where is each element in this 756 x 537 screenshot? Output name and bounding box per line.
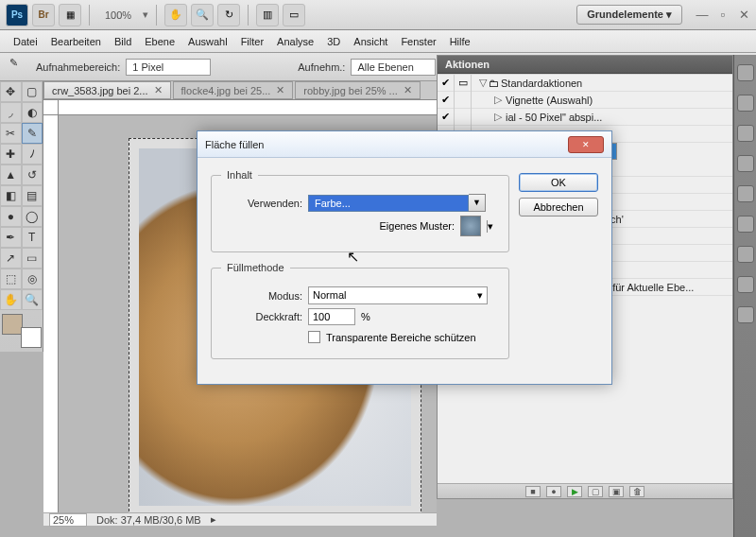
- rail-icon-2[interactable]: [737, 95, 754, 112]
- menu-bild[interactable]: Bild: [114, 36, 131, 47]
- fg-swatch[interactable]: [2, 314, 23, 335]
- shape-tool[interactable]: ▭: [22, 248, 43, 268]
- menu-ansicht[interactable]: Ansicht: [353, 36, 387, 47]
- hand-tool-icon[interactable]: ✋: [164, 4, 187, 26]
- ok-button[interactable]: OK: [519, 173, 598, 192]
- record-icon[interactable]: ●: [546, 486, 561, 497]
- zoom-dropdown-icon[interactable]: ▾: [143, 9, 148, 21]
- heal-tool[interactable]: ✚: [0, 144, 22, 165]
- brush-tool[interactable]: ﾉ: [22, 144, 43, 165]
- tab-doc-1[interactable]: crw_3583.jpg bei 2...✕: [43, 81, 171, 99]
- bridge-icon[interactable]: Br: [32, 4, 55, 26]
- maximize-icon[interactable]: ▫: [716, 9, 730, 22]
- dodge-tool[interactable]: ◯: [22, 206, 43, 227]
- new-action-icon[interactable]: ▣: [609, 486, 624, 497]
- menu-analyse[interactable]: Analyse: [277, 36, 314, 47]
- rail-icon-1[interactable]: [737, 64, 754, 81]
- dialog-titlebar[interactable]: Fläche füllen ✕: [198, 131, 611, 158]
- actions-panel-header[interactable]: Aktionen: [438, 56, 732, 74]
- play-icon[interactable]: ▶: [567, 486, 582, 497]
- bg-swatch[interactable]: [21, 327, 42, 348]
- rail-icon-5[interactable]: [737, 185, 754, 202]
- rail-icon-3[interactable]: [737, 125, 754, 142]
- minimize-icon[interactable]: —: [696, 9, 709, 22]
- workspace-switcher[interactable]: Grundelemente ▾: [576, 5, 682, 25]
- preserve-transparency-checkbox[interactable]: [308, 331, 320, 343]
- rail-icon-8[interactable]: [737, 276, 754, 293]
- action-dialog-toggle[interactable]: [455, 109, 472, 126]
- type-tool[interactable]: T: [22, 227, 43, 248]
- status-arrow-icon[interactable]: ▸: [211, 513, 216, 526]
- action-toggle-checkbox[interactable]: ✔: [438, 75, 455, 92]
- menu-3d[interactable]: 3D: [327, 36, 340, 47]
- cancel-button[interactable]: Abbrechen: [519, 198, 598, 217]
- action-dialog-toggle[interactable]: [455, 92, 472, 109]
- move-tool[interactable]: ✥: [0, 81, 22, 102]
- disclosure-triangle-icon[interactable]: ▷: [494, 94, 504, 106]
- rail-icon-4[interactable]: [737, 155, 754, 172]
- arrange-docs-icon[interactable]: ▥: [256, 4, 279, 26]
- action-row[interactable]: ✔▭▽🗀 Standardaktionen: [438, 75, 732, 92]
- stamp-tool[interactable]: ▲: [0, 165, 22, 185]
- mode-select[interactable]: Normal▾: [308, 286, 488, 304]
- tab-close-icon[interactable]: ✕: [154, 84, 163, 96]
- 3d-tool[interactable]: ⬚: [0, 268, 22, 289]
- menu-ebene[interactable]: Ebene: [145, 36, 175, 47]
- pattern-swatch[interactable]: [460, 216, 481, 236]
- status-docinfo[interactable]: Dok: 37,4 MB/30,6 MB: [96, 514, 201, 526]
- menu-datei[interactable]: Datei: [13, 36, 38, 47]
- tab-doc-3[interactable]: robby.jpg bei 25% ...✕: [295, 81, 420, 99]
- pattern-dropdown-icon[interactable]: ▾: [487, 220, 493, 233]
- new-folder-icon[interactable]: ▢: [588, 486, 603, 497]
- marquee-tool[interactable]: ▢: [22, 81, 43, 102]
- opacity-input[interactable]: 100: [308, 308, 355, 325]
- disclosure-triangle-icon[interactable]: ▷: [494, 111, 504, 123]
- close-icon[interactable]: ✕: [737, 9, 750, 22]
- menu-fenster[interactable]: Fenster: [401, 36, 436, 47]
- stop-icon[interactable]: ■: [525, 486, 541, 497]
- quickselect-tool[interactable]: ◐: [22, 102, 43, 123]
- hand-tool[interactable]: ✋: [0, 289, 22, 310]
- camera-tool[interactable]: ◎: [22, 268, 43, 289]
- action-toggle-checkbox[interactable]: ✔: [438, 92, 455, 109]
- eyedropper-icon[interactable]: ✎: [9, 57, 30, 78]
- menu-filter[interactable]: Filter: [241, 36, 264, 47]
- screenmode-icon[interactable]: ▭: [283, 4, 305, 26]
- sample-from-value[interactable]: Alle Ebenen: [351, 59, 436, 76]
- eraser-tool[interactable]: ◧: [0, 185, 22, 206]
- rail-icon-9[interactable]: [737, 306, 754, 323]
- ruler-horizontal[interactable]: [59, 100, 437, 115]
- rail-icon-6[interactable]: [737, 216, 754, 233]
- path-tool[interactable]: ↗: [0, 248, 22, 268]
- action-dialog-toggle[interactable]: ▭: [455, 75, 472, 92]
- rotate-view-icon[interactable]: ↻: [217, 4, 240, 26]
- disclosure-triangle-icon[interactable]: ▽: [479, 77, 489, 89]
- rail-icon-7[interactable]: [737, 246, 754, 263]
- action-row[interactable]: ✔▷ial - 50 Pixel" abspi...: [438, 109, 732, 126]
- dialog-close-button[interactable]: ✕: [568, 136, 604, 153]
- status-zoom[interactable]: 25%: [49, 513, 87, 527]
- zoom-level[interactable]: 100%: [97, 9, 139, 21]
- ps-logo-icon[interactable]: Ps: [6, 4, 28, 26]
- crop-tool[interactable]: ✂: [0, 123, 22, 144]
- ruler-origin[interactable]: [43, 100, 59, 115]
- lasso-tool[interactable]: ◞: [0, 102, 22, 123]
- ruler-vertical[interactable]: [43, 115, 59, 512]
- tab-close-icon[interactable]: ✕: [404, 84, 412, 96]
- tab-doc-2[interactable]: flocke4.jpg bei 25...✕: [173, 81, 294, 99]
- gradient-tool[interactable]: ▤: [22, 185, 43, 206]
- sample-size-value[interactable]: 1 Pixel: [126, 59, 211, 76]
- menu-auswahl[interactable]: Auswahl: [188, 36, 228, 47]
- use-combo[interactable]: Farbe... ▼: [308, 194, 486, 212]
- action-toggle-checkbox[interactable]: ✔: [438, 109, 455, 126]
- trash-icon[interactable]: 🗑: [629, 486, 644, 497]
- menu-bearbeiten[interactable]: Bearbeiten: [51, 36, 101, 47]
- blur-tool[interactable]: ●: [0, 206, 22, 227]
- zoom-tool[interactable]: 🔍: [22, 289, 43, 310]
- tab-close-icon[interactable]: ✕: [276, 84, 284, 96]
- zoom-tool-icon[interactable]: 🔍: [191, 4, 214, 26]
- history-brush-tool[interactable]: ↺: [22, 165, 43, 185]
- menu-hilfe[interactable]: Hilfe: [450, 36, 471, 47]
- pen-tool[interactable]: ✒: [0, 227, 22, 248]
- action-row[interactable]: ✔▷Vignette (Auswahl): [438, 92, 732, 109]
